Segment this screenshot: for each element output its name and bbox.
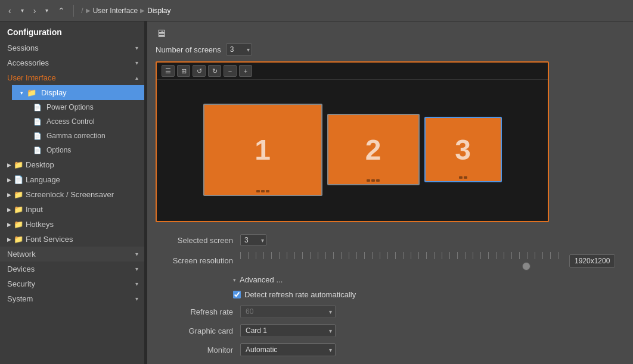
toolbar-separator — [73, 5, 74, 17]
sidebar-item-sessions[interactable]: Sessions ▾ — [0, 41, 144, 55]
preview-minus-button[interactable]: − — [224, 65, 237, 77]
preview-grid-button[interactable]: ⊞ — [177, 65, 190, 77]
preview-redo-button[interactable]: ↻ — [208, 65, 221, 77]
sidebar-item-desktop-label: Desktop — [26, 160, 54, 169]
breadcrumb-arrow-1: ▶ — [86, 7, 91, 14]
sidebar-display-sub: ▾ 📁 Display 📄 Power Options 📄 Access Con… — [0, 85, 144, 157]
graphic-card-select-wrap: Card 1 Card 2 — [240, 324, 336, 337]
sidebar-item-system-label: System — [7, 294, 33, 303]
file-icon-options: 📄 — [33, 147, 42, 154]
sidebar-item-system[interactable]: System ▾ — [0, 291, 144, 306]
num-screens-row: Number of screens 1 2 3 4 — [156, 43, 625, 55]
folder-icon: 📁 — [27, 88, 36, 97]
detect-refresh-checkbox[interactable] — [233, 291, 241, 298]
file-icon-power: 📄 — [33, 104, 42, 111]
monitor-select[interactable]: Automatic Custom — [240, 343, 336, 356]
breadcrumb-user-interface[interactable]: User Interface — [93, 7, 138, 15]
display-preview-toolbar: ☰ ⊞ ↺ ↻ − + — [157, 63, 548, 80]
sidebar-item-network[interactable]: Network ▾ — [0, 247, 144, 262]
graphic-card-row: Graphic card Card 1 Card 2 — [156, 324, 625, 337]
screen-box-3[interactable]: 3 — [424, 117, 502, 182]
back-button[interactable]: ‹ — [5, 4, 15, 18]
breadcrumb-display: Display — [147, 7, 170, 15]
back-dropdown-button[interactable]: ▾ — [17, 5, 27, 16]
monitor-select-wrap: Automatic Custom — [240, 343, 336, 356]
num-screens-select[interactable]: 1 2 3 4 — [226, 43, 252, 55]
sidebar-item-access-control[interactable]: 📄 Access Control — [33, 114, 144, 129]
display-preview: ☰ ⊞ ↺ ↻ − + 1 2 — [156, 61, 549, 222]
sidebar-item-input-label: Input — [26, 205, 43, 214]
sidebar-item-security[interactable]: Security ▾ — [0, 276, 144, 291]
sidebar-item-screenlock[interactable]: ▶ 📁 Screenlock / Screensaver — [0, 187, 144, 202]
slider-scale — [240, 252, 562, 259]
screen-3-label: 3 — [455, 133, 471, 166]
screens-container: 1 2 3 — [157, 80, 548, 219]
sidebar-item-input[interactable]: ▶ 📁 Input — [0, 202, 144, 217]
sidebar-header: Configuration — [0, 21, 144, 41]
graphic-card-label: Graphic card — [156, 326, 233, 335]
graphic-card-select[interactable]: Card 1 Card 2 — [240, 324, 336, 337]
sidebar-item-gamma-correction[interactable]: 📄 Gamma correction — [33, 129, 144, 143]
sidebar-item-user-interface[interactable]: User Interface ▴ — [0, 70, 144, 85]
monitor-row: Monitor Automatic Custom — [156, 343, 625, 356]
sidebar-item-gamma-correction-label: Gamma correction — [46, 132, 106, 140]
sidebar-item-language-label: Language — [26, 175, 60, 184]
settings-section: Selected screen 1 2 3 Screen resolution … — [156, 232, 625, 364]
refresh-rate-row: Refresh rate 60 — [156, 305, 625, 318]
language-expand-icon: ▶ — [7, 177, 11, 183]
sidebar-item-language[interactable]: ▶ 📄 Language — [0, 172, 144, 187]
main-layout: Configuration Sessions ▾ Accessories ▾ U… — [0, 21, 633, 364]
screenlock-expand-icon: ▶ — [7, 192, 11, 198]
folder-icon-input: 📁 — [14, 205, 23, 214]
accessories-arrow-icon: ▾ — [135, 60, 138, 66]
resolution-slider[interactable] — [240, 265, 562, 267]
sidebar-item-font-services[interactable]: ▶ 📁 Font Services — [0, 232, 144, 247]
advanced-toggle[interactable]: ▾ Advanced ... — [233, 275, 625, 284]
selected-screen-select[interactable]: 1 2 3 — [240, 234, 266, 246]
user-interface-arrow-icon: ▴ — [135, 74, 138, 81]
system-arrow-icon: ▾ — [135, 295, 138, 302]
sidebar-item-devices[interactable]: Devices ▾ — [0, 262, 144, 276]
sidebar-item-desktop[interactable]: ▶ 📁 Desktop — [0, 157, 144, 172]
screen-1-taskbar — [256, 190, 269, 192]
breadcrumb-root-sep: / — [81, 7, 83, 15]
resolution-display: 1920x1200 — [569, 254, 615, 267]
sidebar-item-hotkeys-label: Hotkeys — [26, 220, 54, 229]
sidebar-item-power-options[interactable]: 📄 Power Options — [33, 100, 144, 114]
sidebar-item-options[interactable]: 📄 Options — [33, 143, 144, 157]
detect-refresh-label: Detect refresh rate automatically — [244, 290, 356, 299]
refresh-rate-select[interactable]: 60 — [240, 305, 336, 318]
selected-screen-label: Selected screen — [156, 236, 233, 245]
devices-arrow-icon: ▾ — [135, 266, 138, 272]
file-icon-access: 📄 — [33, 118, 42, 126]
folder-icon-font-services: 📁 — [14, 235, 23, 244]
file-icon-gamma: 📄 — [33, 132, 42, 140]
num-screens-label: Number of screens — [156, 45, 221, 54]
sidebar-item-devices-label: Devices — [7, 265, 35, 273]
sidebar-item-display-label: Display — [41, 88, 67, 97]
font-services-expand-icon: ▶ — [7, 237, 11, 242]
security-arrow-icon: ▾ — [135, 281, 138, 287]
sidebar-item-display[interactable]: ▾ 📁 Display — [12, 85, 144, 100]
sidebar-item-hotkeys[interactable]: ▶ 📁 Hotkeys — [0, 217, 144, 232]
refresh-rate-select-wrap: 60 — [240, 305, 336, 318]
content-area: 🖥 Number of screens 1 2 3 4 ☰ ⊞ ↺ ↻ − + — [147, 21, 633, 364]
screen-1-label: 1 — [255, 133, 271, 166]
screen-box-2[interactable]: 2 — [327, 114, 420, 185]
forward-button[interactable]: › — [30, 4, 40, 18]
sidebar-item-network-label: Network — [7, 250, 36, 259]
forward-dropdown-button[interactable]: ▾ — [42, 5, 52, 16]
screen-box-1[interactable]: 1 — [203, 104, 322, 196]
sidebar-item-power-options-label: Power Options — [46, 103, 94, 111]
sidebar-item-accessories[interactable]: Accessories ▾ — [0, 55, 144, 70]
resolution-slider-wrapper — [240, 252, 562, 269]
preview-plus-button[interactable]: + — [239, 65, 252, 77]
screen-resolution-label: Screen resolution — [156, 256, 233, 265]
screen-resolution-row: Screen resolution 1920x1200 — [156, 252, 625, 269]
sidebar-item-security-label: Security — [7, 279, 35, 288]
preview-menu-button[interactable]: ☰ — [162, 65, 175, 77]
up-button[interactable]: ⌃ — [54, 4, 69, 18]
preview-undo-button[interactable]: ↺ — [193, 65, 206, 77]
sidebar-item-user-interface-label: User Interface — [7, 73, 56, 82]
network-arrow-icon: ▾ — [135, 251, 138, 257]
